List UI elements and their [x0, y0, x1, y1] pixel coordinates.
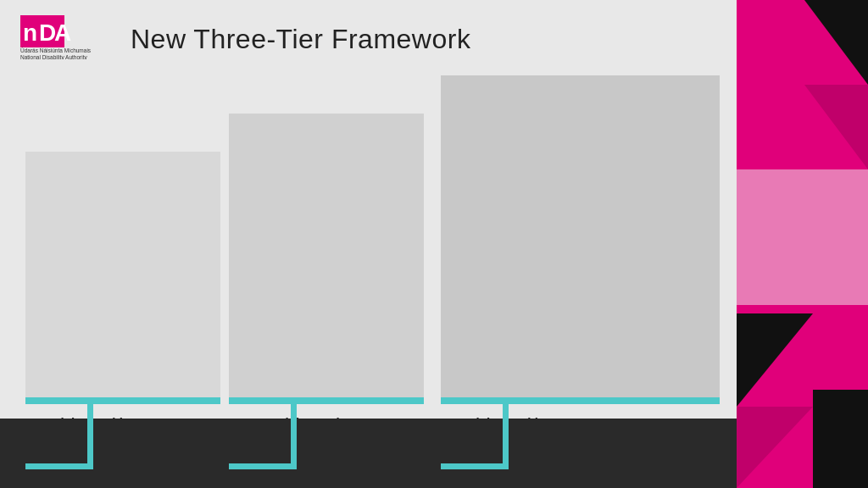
tier-2-bracket	[229, 397, 297, 469]
svg-marker-8	[804, 0, 868, 85]
svg-text:n: n	[23, 19, 37, 46]
svg-rect-13	[813, 390, 868, 488]
svg-text:National Disability Authority: National Disability Authority	[20, 54, 88, 59]
slide: n D A Údarás Náisiúnta Míchumais Nationa…	[0, 0, 868, 488]
tier-3-bracket	[441, 397, 509, 469]
right-panel-deco	[737, 0, 868, 488]
svg-text:A: A	[54, 19, 71, 46]
page-title: New Three-Tier Framework	[131, 24, 470, 55]
bottom-bar	[0, 419, 737, 488]
svg-rect-9	[737, 169, 868, 305]
tier-1-bracket	[25, 397, 93, 469]
right-panel	[737, 0, 868, 488]
nda-logo: n D A Údarás Náisiúnta Míchumais Nationa…	[20, 15, 114, 63]
svg-marker-12	[737, 407, 813, 488]
svg-marker-11	[804, 85, 868, 169]
tier-2-bg	[229, 114, 424, 397]
svg-text:Údarás Náisiúnta Míchumais: Údarás Náisiúnta Míchumais	[20, 47, 92, 53]
tier-3-bg	[441, 75, 720, 397]
svg-marker-10	[737, 313, 813, 407]
tier-1-bg	[25, 152, 220, 397]
tiers-area: Decision-MakingAssistant Helps access an…	[25, 75, 720, 397]
